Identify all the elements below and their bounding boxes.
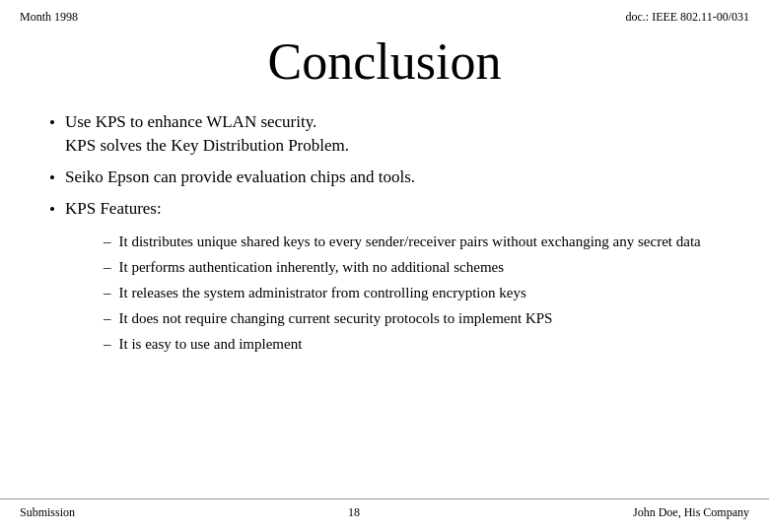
- sub-text-4: It does not require changing current sec…: [119, 308, 721, 329]
- footer-author: John Doe, His Company: [633, 505, 749, 520]
- sub-dash-5: –: [104, 334, 111, 355]
- slide-title: Conclusion: [0, 33, 769, 91]
- bullet-dot-3: •: [49, 198, 55, 222]
- header-doc: doc.: IEEE 802.11-00/031: [625, 10, 749, 25]
- bullet-list: • Use KPS to enhance WLAN security. KPS …: [49, 110, 720, 222]
- sub-text-2: It performs authentication inherently, w…: [119, 257, 721, 278]
- bullet-dot-2: •: [49, 166, 55, 190]
- bullet-item-1: • Use KPS to enhance WLAN security. KPS …: [49, 110, 720, 158]
- bullet-text-1-line2: KPS solves the Key Distribution Problem.: [65, 136, 349, 155]
- title-section: Conclusion: [0, 33, 769, 91]
- sub-item-2: – It performs authentication inherently,…: [104, 257, 720, 278]
- slide: Month 1998 doc.: IEEE 802.11-00/031 Conc…: [0, 0, 769, 532]
- sub-item-1: – It distributes unique shared keys to e…: [104, 232, 720, 252]
- bullet-text-3: KPS Features:: [65, 197, 720, 221]
- sub-text-5: It is easy to use and implement: [119, 334, 721, 355]
- header: Month 1998 doc.: IEEE 802.11-00/031: [0, 0, 769, 25]
- footer-submission: Submission: [20, 505, 75, 520]
- sub-dash-4: –: [104, 308, 111, 329]
- sub-item-3: – It releases the system administrator f…: [104, 283, 720, 303]
- sub-dash-2: –: [104, 257, 111, 278]
- content: • Use KPS to enhance WLAN security. KPS …: [0, 110, 769, 355]
- sub-list: – It distributes unique shared keys to e…: [104, 232, 720, 355]
- bullet-text-2: Seiko Epson can provide evaluation chips…: [65, 166, 720, 189]
- header-month: Month 1998: [20, 10, 78, 25]
- bullet-dot-1: •: [49, 111, 55, 135]
- sub-text-1: It distributes unique shared keys to eve…: [119, 232, 721, 252]
- bullet-item-3: • KPS Features:: [49, 197, 720, 222]
- sub-dash-1: –: [104, 232, 111, 252]
- sub-item-4: – It does not require changing current s…: [104, 308, 720, 329]
- bullet-text-1: Use KPS to enhance WLAN security. KPS so…: [65, 110, 720, 158]
- sub-dash-3: –: [104, 283, 111, 303]
- sub-text-3: It releases the system administrator fro…: [119, 283, 721, 303]
- bullet-text-1-line1: Use KPS to enhance WLAN security.: [65, 112, 316, 131]
- footer-page-number: 18: [348, 505, 360, 520]
- footer: Submission 18 John Doe, His Company: [0, 499, 769, 520]
- bullet-item-2: • Seiko Epson can provide evaluation chi…: [49, 166, 720, 190]
- sub-item-5: – It is easy to use and implement: [104, 334, 720, 355]
